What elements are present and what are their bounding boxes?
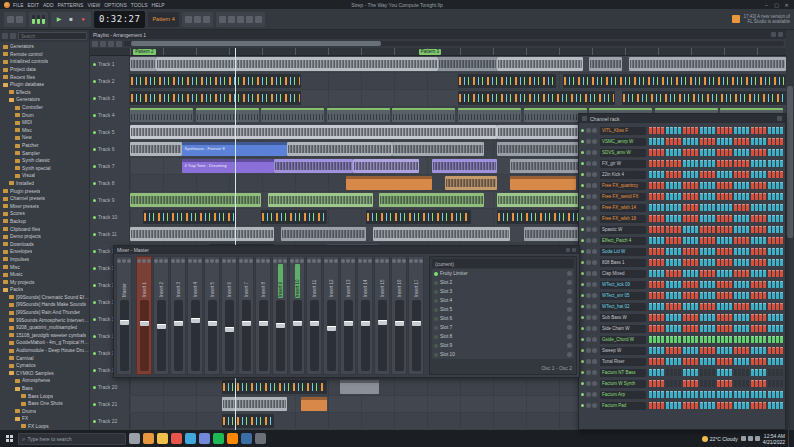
step-cell[interactable] bbox=[687, 391, 690, 398]
playlist-clip[interactable] bbox=[261, 210, 327, 224]
step-cell[interactable] bbox=[734, 149, 737, 156]
step-cell[interactable] bbox=[674, 303, 677, 310]
strip-knob[interactable] bbox=[222, 259, 226, 263]
step-cell[interactable] bbox=[772, 149, 775, 156]
step-cell[interactable] bbox=[717, 303, 720, 310]
step-cell[interactable] bbox=[700, 314, 703, 321]
step-cell[interactable] bbox=[695, 358, 698, 365]
strip-knob[interactable] bbox=[244, 259, 248, 263]
step-cell[interactable] bbox=[776, 270, 779, 277]
fader-handle[interactable] bbox=[344, 321, 353, 326]
taskbar-icon-edge[interactable] bbox=[185, 433, 196, 444]
mixer-strip[interactable]: Insert 16 bbox=[391, 256, 407, 375]
step-cell[interactable] bbox=[717, 160, 720, 167]
channel-button[interactable]: Free FX_wlsh 14 bbox=[600, 204, 646, 212]
strip-knob[interactable] bbox=[122, 259, 126, 263]
step-cell[interactable] bbox=[721, 171, 724, 178]
step-cell[interactable] bbox=[661, 171, 664, 178]
channel-enable-led[interactable] bbox=[581, 173, 584, 176]
fader-handle[interactable] bbox=[276, 323, 285, 328]
step-cell[interactable] bbox=[691, 336, 694, 343]
step-cell[interactable] bbox=[691, 204, 694, 211]
browser-search-input[interactable] bbox=[18, 32, 87, 40]
volume-knob[interactable] bbox=[592, 315, 597, 320]
fx-slot[interactable]: Fruity Limiter bbox=[432, 269, 574, 278]
step-cell[interactable] bbox=[734, 226, 737, 233]
step-cell[interactable] bbox=[738, 325, 741, 332]
step-cell[interactable] bbox=[780, 226, 783, 233]
step-cell[interactable] bbox=[725, 281, 728, 288]
step-cell[interactable] bbox=[691, 193, 694, 200]
step-cell[interactable] bbox=[738, 314, 741, 321]
strip-knob[interactable] bbox=[205, 259, 209, 263]
step-cell[interactable] bbox=[759, 402, 762, 409]
step-cell[interactable] bbox=[738, 391, 741, 398]
step-cell[interactable] bbox=[653, 292, 656, 299]
step-cell[interactable] bbox=[695, 391, 698, 398]
step-cell[interactable] bbox=[772, 204, 775, 211]
step-cell[interactable] bbox=[738, 171, 741, 178]
step-cell[interactable] bbox=[670, 292, 673, 299]
step-cell[interactable] bbox=[772, 303, 775, 310]
step-cell[interactable] bbox=[780, 193, 783, 200]
mixer-strip[interactable]: Insert 14 bbox=[357, 256, 373, 375]
browser-toggle-icon[interactable] bbox=[255, 16, 262, 23]
step-cell[interactable] bbox=[759, 138, 762, 145]
step-cell[interactable] bbox=[691, 402, 694, 409]
step-cell[interactable] bbox=[772, 215, 775, 222]
mixer-fader[interactable] bbox=[310, 300, 319, 371]
step-cell[interactable] bbox=[751, 303, 754, 310]
step-cell[interactable] bbox=[768, 182, 771, 189]
step-cell[interactable] bbox=[695, 171, 698, 178]
step-cell[interactable] bbox=[653, 391, 656, 398]
pattern-marker[interactable]: Pattern 2 bbox=[133, 49, 155, 55]
strip-knob[interactable] bbox=[188, 259, 192, 263]
volume-knob[interactable] bbox=[592, 293, 597, 298]
step-cell[interactable] bbox=[768, 292, 771, 299]
step-cell[interactable] bbox=[717, 248, 720, 255]
step-cell[interactable] bbox=[653, 325, 656, 332]
step-cell[interactable] bbox=[683, 358, 686, 365]
slice-tool-icon[interactable] bbox=[116, 41, 122, 47]
step-cell[interactable] bbox=[746, 303, 749, 310]
browser-item[interactable]: Sampler bbox=[0, 149, 89, 157]
step-cell[interactable] bbox=[780, 204, 783, 211]
pan-knob[interactable] bbox=[586, 348, 591, 353]
step-cell[interactable] bbox=[700, 391, 703, 398]
step-cell[interactable] bbox=[670, 237, 673, 244]
volume-knob[interactable] bbox=[592, 304, 597, 309]
step-cell[interactable] bbox=[717, 226, 720, 233]
track-header[interactable]: Track 6 bbox=[90, 141, 130, 157]
playlist-clip[interactable] bbox=[130, 125, 497, 139]
step-cell[interactable] bbox=[738, 226, 741, 233]
step-cell[interactable] bbox=[657, 358, 660, 365]
step-cell[interactable] bbox=[780, 182, 783, 189]
step-cell[interactable] bbox=[670, 259, 673, 266]
step-cell[interactable] bbox=[653, 193, 656, 200]
step-cell[interactable] bbox=[708, 171, 711, 178]
step-cell[interactable] bbox=[712, 347, 715, 354]
step-cell[interactable] bbox=[742, 182, 745, 189]
menu-patterns[interactable]: PATTERNS bbox=[58, 2, 84, 8]
step-cell[interactable] bbox=[666, 215, 669, 222]
step-cell[interactable] bbox=[729, 182, 732, 189]
step-cell[interactable] bbox=[780, 325, 783, 332]
track-mute-led[interactable] bbox=[93, 182, 96, 185]
step-cell[interactable] bbox=[772, 182, 775, 189]
step-cell[interactable] bbox=[763, 347, 766, 354]
step-cell[interactable] bbox=[670, 314, 673, 321]
step-cell[interactable] bbox=[734, 248, 737, 255]
step-cell[interactable] bbox=[763, 270, 766, 277]
step-cell[interactable] bbox=[704, 402, 707, 409]
playlist-clip[interactable] bbox=[622, 91, 786, 105]
step-cell[interactable] bbox=[742, 171, 745, 178]
step-cell[interactable] bbox=[763, 160, 766, 167]
step-cell[interactable] bbox=[661, 325, 664, 332]
step-cell[interactable] bbox=[666, 204, 669, 211]
track-mute-led[interactable] bbox=[93, 284, 96, 287]
step-cell[interactable] bbox=[780, 369, 783, 376]
step-cell[interactable] bbox=[729, 402, 732, 409]
mixer-strip[interactable]: Insert 1 bbox=[136, 256, 152, 375]
step-cell[interactable] bbox=[738, 215, 741, 222]
step-cell[interactable] bbox=[700, 325, 703, 332]
